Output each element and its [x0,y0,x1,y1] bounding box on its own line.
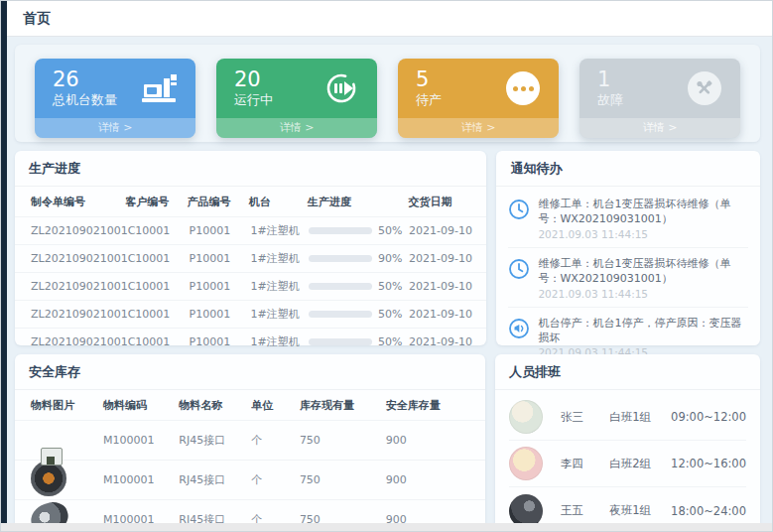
fault-detail-link[interactable]: 详情 > [580,118,740,138]
fault-label: 故障 [597,91,685,109]
col-safety-qty: 安全库存量 [386,398,475,413]
material-name: RJ45接口 [179,433,251,448]
stat-card-total-machines[interactable]: 26 总机台数量 详情 > [35,59,195,138]
list-item: 李四 白班2组 12:00~16:00 [509,441,746,487]
table-row: ZL202109021001 C10001 P10001 1#注塑机 50% 2… [15,216,486,244]
progress-cell: 50% [309,280,409,293]
delivery-date: 2021-09-10 [409,252,476,265]
progress-bar [309,311,372,318]
customer-no: C10001 [128,280,190,293]
order-no: ZL202109021001 [31,252,128,265]
stock-qty: 750 [300,473,386,486]
safety-stock-header: 物料图片 物料编码 物料名称 单位 库存现有量 安全库存量 [15,390,485,420]
tab-home[interactable]: 首页 [23,10,51,28]
staff-name: 张三 [561,410,609,425]
card-body: 20 运行中 [216,59,377,118]
stat-cards-panel: 26 总机台数量 详情 > [15,45,760,142]
main-content: 26 总机台数量 详情 > [7,37,772,523]
list-item[interactable]: 维修工单：机台1变压器损坏待维修（单号：WX202109031001） 2021… [508,248,748,308]
col-material-image: 物料图片 [31,398,103,413]
progress-bar [309,283,372,290]
ellipsis-icon [503,68,543,108]
staff-name: 李四 [561,457,609,471]
round-speaker-photo [31,461,66,496]
col-order-no: 制令单编号 [31,195,125,209]
total-machines-label: 总机台数量 [53,91,140,109]
waiting-value: 5 [416,67,503,91]
col-material-name: 物料名称 [179,398,251,413]
machine-name: 1#注塑机 [250,279,309,294]
col-delivery: 交货日期 [409,195,477,209]
stat-card-fault[interactable]: 1 故障 [580,59,740,138]
customer-no: C10001 [128,224,190,237]
order-no: ZL202109021001 [31,335,128,348]
machine-name: 1#注塑机 [250,223,309,238]
staff-schedule-list: 张三 白班1组 09:00~12:00 李四 白班2组 12:00~16:00 … [495,390,760,532]
avatar [509,447,543,480]
waiting-label: 待产 [416,91,503,109]
staff-time: 09:00~12:00 [671,410,746,424]
material-code: M100001 [103,473,179,486]
staff-shift: 白班2组 [609,457,671,471]
window-bottom-edge [1,523,773,531]
progress-cell: 90% [309,252,409,265]
col-unit: 单位 [251,398,300,413]
safety-qty: 900 [386,473,475,486]
safety-stock-table: 物料图片 物料编码 物料名称 单位 库存现有量 安全库存量 M100001 RJ… [15,390,485,532]
staff-schedule-panel: 人员排班 张三 白班1组 09:00~12:00 李四 白班2组 12:00~1… [495,354,760,529]
delivery-date: 2021-09-10 [409,335,476,348]
safety-stock-panel: 安全库存 物料图片 物料编码 物料名称 单位 库存现有量 安全库存量 M1000… [15,354,485,529]
col-machine: 机台 [249,195,308,209]
list-item[interactable]: 维修工单：机台1变压器损坏待维修（单号：WX202109031001） 2021… [508,189,748,248]
staff-shift: 夜班1组 [609,503,671,518]
card-body: 1 故障 [580,59,740,118]
staff-time: 18:00~24:00 [671,504,746,518]
staff-name: 王五 [561,503,609,518]
running-detail-link[interactable]: 详情 > [216,118,377,138]
stat-card-running[interactable]: 20 运行中 详情 > [216,59,377,138]
table-row: ZL202109021001 C10001 P10001 1#注塑机 90% 2… [15,244,486,272]
delivery-date: 2021-09-10 [409,308,476,321]
table-row: ZL202109021001 C10001 P10001 1#注塑机 50% 2… [15,328,486,355]
progress-label: 50% [378,308,402,321]
notice-time: 2021.09.03 11:44:15 [538,288,748,300]
dashboard-window: 首页 26 总机台数量 [0,0,773,532]
progress-cell: 50% [309,224,409,237]
material-name: RJ45接口 [179,472,251,487]
col-stock-qty: 库存现有量 [300,398,386,413]
production-progress-title: 生产进度 [15,151,486,187]
stat-card-waiting[interactable]: 5 待产 详情 > [398,59,559,138]
production-progress-panel: 生产进度 制令单编号 客户编号 产品编号 机台 生产进度 交货日期 ZL2021… [15,151,486,345]
waiting-detail-link[interactable]: 详情 > [398,118,559,138]
table-row: ZL202109021001 C10001 P10001 1#注塑机 50% 2… [15,300,486,328]
repair-tools-icon [685,68,724,108]
col-material-code: 物料编码 [103,398,179,413]
customer-no: C10001 [128,252,190,265]
progress-label: 50% [378,335,402,348]
progress-label: 50% [378,280,402,293]
list-item: 张三 白班1组 09:00~12:00 [509,394,746,441]
progress-label: 50% [378,224,402,237]
progress-bar [309,255,372,262]
progress-bar [309,227,372,234]
product-no: P10001 [190,252,251,265]
notice-time: 2021.09.03 11:44:15 [538,228,748,240]
speaker-icon [508,316,530,359]
notifications-panel: 通知待办 维修工单：机台1变压器损坏待维修（单号：WX202109031001）… [496,151,760,345]
product-no: P10001 [190,308,251,321]
progress-cell: 50% [309,308,409,321]
notifications-title: 通知待办 [496,151,760,187]
table-row: M100001 RJ45接口 个 750 900 [15,420,485,460]
progress-cell: 50% [309,335,409,348]
unit: 个 [251,472,300,487]
product-no: P10001 [190,280,251,293]
clock-icon [508,256,530,300]
order-no: ZL202109021001 [31,308,128,321]
safety-stock-title: 安全库存 [15,354,485,390]
progress-label: 90% [378,252,402,265]
running-label: 运行中 [234,91,322,109]
card-body: 5 待产 [398,59,559,118]
total-machines-detail-link[interactable]: 详情 > [35,118,195,138]
customer-no: C10001 [128,308,190,321]
col-customer: 客户编号 [125,195,187,209]
